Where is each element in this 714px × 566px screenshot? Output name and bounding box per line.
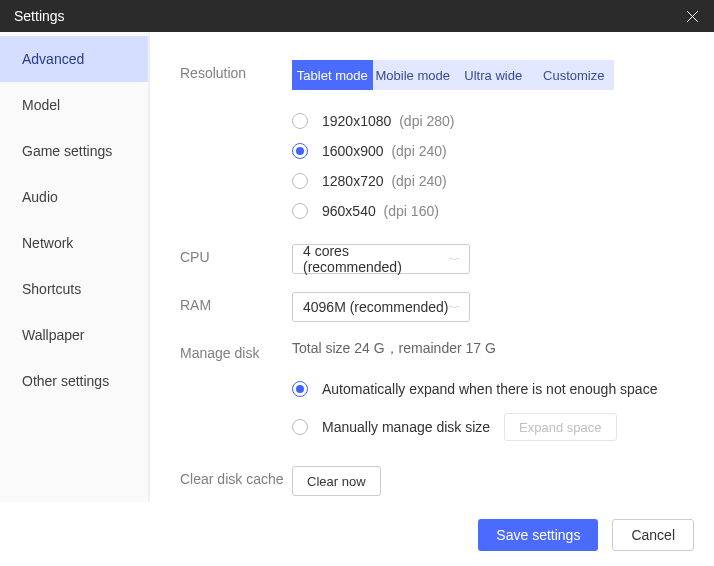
sidebar: Advanced Model Game settings Audio Netwo…	[0, 32, 148, 502]
ram-select[interactable]: 4096M (recommended) ﹀	[292, 292, 470, 322]
sidebar-item-label: Shortcuts	[22, 281, 81, 297]
sidebar-item-label: Other settings	[22, 373, 109, 389]
resolution-option-label: 1920x1080 (dpi 280)	[322, 113, 454, 129]
clear-now-button[interactable]: Clear now	[292, 466, 381, 496]
sidebar-item-label: Wallpaper	[22, 327, 85, 343]
chevron-down-icon: ﹀	[449, 254, 461, 264]
sidebar-item-advanced[interactable]: Advanced	[0, 36, 148, 82]
resolution-option-1600x900[interactable]: 1600x900 (dpi 240)	[292, 136, 684, 166]
radio-icon	[292, 203, 308, 219]
cancel-button[interactable]: Cancel	[612, 519, 694, 551]
footer: Save settings Cancel	[0, 502, 714, 566]
tab-ultra-wide[interactable]: Ultra wide	[453, 60, 534, 90]
cpu-selected-value: 4 cores (recommended)	[303, 243, 449, 275]
resolution-option-960x540[interactable]: 960x540 (dpi 160)	[292, 196, 684, 226]
sidebar-item-other-settings[interactable]: Other settings	[0, 358, 148, 404]
cpu-select[interactable]: 4 cores (recommended) ﹀	[292, 244, 470, 274]
ram-label: RAM	[180, 292, 292, 322]
sidebar-item-label: Audio	[22, 189, 58, 205]
close-icon	[687, 11, 698, 22]
chevron-down-icon: ﹀	[449, 302, 461, 312]
disk-option-label: Manually manage disk size	[322, 419, 490, 435]
close-button[interactable]	[670, 0, 714, 32]
resolution-option-label: 1600x900 (dpi 240)	[322, 143, 447, 159]
sidebar-item-label: Network	[22, 235, 73, 251]
radio-icon	[292, 143, 308, 159]
ram-selected-value: 4096M (recommended)	[303, 299, 449, 315]
sidebar-item-label: Advanced	[22, 51, 84, 67]
sidebar-item-label: Model	[22, 97, 60, 113]
tab-mobile-mode[interactable]: Mobile mode	[373, 60, 454, 90]
resolution-option-label: 1280x720 (dpi 240)	[322, 173, 447, 189]
expand-space-button: Expand space	[504, 413, 616, 441]
sidebar-item-shortcuts[interactable]: Shortcuts	[0, 266, 148, 312]
radio-icon	[292, 381, 308, 397]
window-title: Settings	[14, 8, 65, 24]
sidebar-item-game-settings[interactable]: Game settings	[0, 128, 148, 174]
resolution-option-label: 960x540 (dpi 160)	[322, 203, 439, 219]
radio-icon	[292, 419, 308, 435]
title-bar: Settings	[0, 0, 714, 32]
resolution-label: Resolution	[180, 60, 292, 226]
cpu-label: CPU	[180, 244, 292, 274]
sidebar-item-network[interactable]: Network	[0, 220, 148, 266]
main-panel: Resolution Tablet mode Mobile mode Ultra…	[150, 32, 714, 502]
resolution-option-1280x720[interactable]: 1280x720 (dpi 240)	[292, 166, 684, 196]
manage-disk-label: Manage disk	[180, 340, 292, 446]
resolution-tabs: Tablet mode Mobile mode Ultra wide Custo…	[292, 60, 614, 90]
clear-disk-cache-label: Clear disk cache	[180, 466, 292, 496]
disk-info-text: Total size 24 G，remainder 17 G	[292, 340, 684, 358]
sidebar-item-wallpaper[interactable]: Wallpaper	[0, 312, 148, 358]
radio-icon	[292, 113, 308, 129]
sidebar-item-model[interactable]: Model	[0, 82, 148, 128]
save-settings-button[interactable]: Save settings	[478, 519, 598, 551]
radio-icon	[292, 173, 308, 189]
sidebar-item-label: Game settings	[22, 143, 112, 159]
disk-option-label: Automatically expand when there is not e…	[322, 381, 657, 397]
disk-option-auto-expand[interactable]: Automatically expand when there is not e…	[292, 370, 684, 408]
sidebar-item-audio[interactable]: Audio	[0, 174, 148, 220]
resolution-option-1920x1080[interactable]: 1920x1080 (dpi 280)	[292, 106, 684, 136]
disk-option-manual[interactable]: Manually manage disk size Expand space	[292, 408, 684, 446]
tab-tablet-mode[interactable]: Tablet mode	[292, 60, 373, 90]
tab-customize[interactable]: Customize	[534, 60, 615, 90]
